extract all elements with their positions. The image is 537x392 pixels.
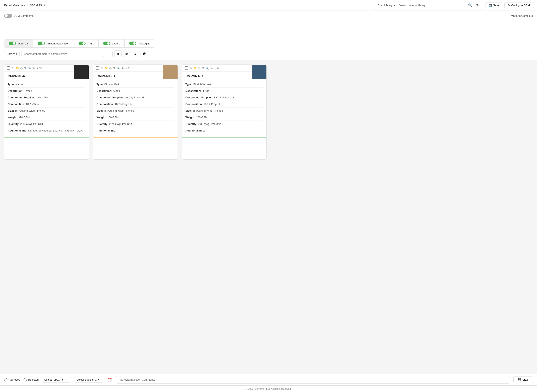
card-a-description: Description: Tweed (8, 88, 85, 94)
bom-comments-toggle[interactable] (4, 14, 12, 18)
bom-comments-row: BOM Comments Mark As Complete (4, 14, 533, 18)
tab-labels[interactable]: Labels (99, 39, 125, 47)
card-b-quantity: Quantity: 2.24 (Avg. Per Unit... (97, 121, 174, 127)
move-material-button[interactable]: ⇔ (114, 51, 121, 57)
card-c-status-bar (182, 137, 266, 137)
tab-artwork[interactable]: Artwork Application (33, 39, 74, 47)
card-b-chart-icon[interactable]: ◷ (109, 66, 112, 70)
materials-search-input[interactable] (24, 52, 101, 56)
library-select[interactable]: Bom Library (377, 4, 396, 7)
card-a-thumbnail (74, 65, 89, 79)
card-c-delete-icon[interactable]: 🗑 (217, 66, 220, 70)
copy-material-button[interactable]: ⧉ (123, 51, 130, 57)
delete-material-button[interactable]: 🗑 (141, 51, 148, 57)
trims-slider (79, 42, 86, 45)
search-icon[interactable]: 🔍 (467, 2, 473, 9)
edit-icon[interactable]: ✎ (43, 4, 46, 7)
card-b-file-icon[interactable]: 📁 (104, 66, 108, 70)
card-c-tag-icon[interactable]: 🏷 (210, 66, 213, 70)
card-c-chart-icon[interactable]: ◷ (198, 66, 200, 70)
header-search-bar: Bom Library 🔍 ⚗ (375, 2, 482, 9)
card-a-chart-icon[interactable]: ◷ (20, 66, 23, 70)
card-a-info-value: Number of Needles: 132, Forming: SPATULA… (28, 129, 84, 132)
card-b-title: CMPNNT- B (97, 75, 174, 78)
card-a-size: Size: 55 (Cutting Width) Inches (8, 107, 85, 114)
card-a-body: CMPNNT-A Type: Natural Description: Twee… (4, 71, 89, 137)
card-c-description: Description: Hi-Vis (185, 88, 263, 94)
card-a-file-icon[interactable]: 📁 (15, 66, 19, 70)
card-c-edit-icon[interactable]: ✎ (190, 66, 192, 70)
artwork-slider (38, 42, 45, 45)
packaging-slider (129, 42, 136, 45)
list-icon: ≡ (134, 52, 136, 56)
labels-toggle[interactable] (103, 42, 110, 45)
copy-icon: ⧉ (125, 52, 128, 56)
filter-icon[interactable]: ⚗ (475, 2, 480, 9)
card-a-type-value: Natural (15, 83, 24, 86)
card-a-quantity: Quantity: 2.14 (Avg. Per Unit... (8, 121, 85, 127)
card-c-file-icon[interactable]: 📁 (193, 66, 197, 70)
packaging-toggle[interactable] (129, 42, 136, 45)
mark-complete-label: Mark As Complete (511, 14, 533, 17)
card-a-info-icon[interactable]: ℹ (37, 66, 38, 70)
library-dropdown[interactable]: Library ▾ (4, 51, 20, 57)
card-a-edit-icon[interactable]: ✎ (12, 66, 14, 70)
card-b-additional-info: Additional Info: (97, 127, 174, 134)
save-button[interactable]: 💾 Save (486, 2, 502, 8)
trims-toggle[interactable] (79, 42, 86, 45)
card-c-checkbox[interactable] (185, 66, 188, 70)
card-b-type: Type: Circular Knit (97, 81, 174, 88)
card-b-checkbox[interactable] (96, 66, 99, 70)
card-a-tag-icon[interactable]: 🏷 (33, 66, 36, 70)
search-divider (397, 4, 397, 7)
materials-toggle[interactable] (9, 42, 16, 45)
card-b-lab-icon[interactable]: ⚗ (113, 66, 116, 70)
card-c-type: Type: Stretch Woven (185, 81, 263, 88)
card-b-size: Size: 45 (Cutting Width) Inches (97, 107, 174, 114)
save-label: Save (493, 4, 499, 7)
card-b-delete-icon[interactable]: 🗑 (128, 66, 131, 70)
card-c-additional-info: Additional Info: (185, 127, 263, 134)
tab-labels-label: Labels (112, 42, 120, 45)
card-a-size-value: 55 (Cutting Width) Inches (15, 109, 45, 112)
card-a-search2-icon[interactable]: 🔍 (28, 66, 31, 70)
mark-complete-container: Mark As Complete (506, 14, 533, 17)
bill-of-materials-label: Bill of Materials (4, 4, 25, 7)
tab-trims[interactable]: Trims (74, 39, 99, 47)
tab-artwork-label: Artwork Application (46, 42, 69, 45)
bom-comments-textarea[interactable] (4, 20, 533, 32)
tabs-bar: Materials Artwork Application Trims Labe… (4, 39, 155, 47)
card-c-search2-icon[interactable]: 🔍 (206, 66, 209, 70)
configure-bom-button[interactable]: ⚙ Configure BOM (504, 2, 533, 8)
tab-materials[interactable]: Materials (4, 39, 33, 47)
material-card-c: ✎ 📁 ◷ ⚗ 🔍 🏷 ℹ 🗑 CMPNNT-C Type: Stretch W… (182, 65, 267, 160)
material-card-a: ✎ 📁 ◷ ⚗ 🔍 🏷 ℹ 🗑 CMPNNT-A Type: Natural D… (4, 65, 89, 160)
card-c-info-icon[interactable]: ℹ (215, 66, 216, 70)
tab-packaging[interactable]: Packaging (125, 39, 155, 47)
card-c-lab-icon[interactable]: ⚗ (202, 66, 204, 70)
card-a-supplier-label: Component Supplier: (8, 96, 35, 99)
card-a-delete-icon[interactable]: 🗑 (39, 66, 42, 70)
mark-complete-checkbox[interactable] (506, 14, 509, 17)
card-a-info-label: Additional Info: (8, 129, 27, 132)
project-code: ABC-123 (29, 4, 42, 7)
list-view-button[interactable]: ≡ (132, 51, 139, 57)
card-b-weight: Weight: 100 GSM (97, 114, 174, 121)
page-title: Bill of Materials | ABC-123 ✎ (4, 4, 46, 7)
card-a-lab-icon[interactable]: ⚗ (24, 66, 27, 70)
card-b-search2-icon[interactable]: 🔍 (117, 66, 120, 70)
bom-comments-slider (4, 14, 12, 18)
materials-search-bar[interactable] (21, 51, 104, 57)
card-b-tag-icon[interactable]: 🏷 (121, 66, 125, 70)
card-a-checkbox[interactable] (7, 66, 10, 70)
configure-icon: ⚙ (507, 4, 510, 7)
card-c-quantity: Quantity: 0.36 (Avg. Per Unit... (185, 121, 263, 127)
material-card-b: ✎ 📁 ◷ ⚗ 🔍 🏷 ℹ 🗑 CMPNNT- B Type: Circular… (93, 65, 178, 160)
search-input[interactable] (398, 4, 465, 7)
add-material-button[interactable]: + (106, 51, 113, 57)
card-b-edit-icon[interactable]: ✎ (101, 66, 103, 70)
add-icon: + (108, 52, 110, 56)
card-b-info-icon[interactable]: ℹ (126, 66, 127, 70)
card-a-comp-value: 100% Wool (26, 103, 39, 106)
artwork-toggle[interactable] (38, 42, 45, 45)
